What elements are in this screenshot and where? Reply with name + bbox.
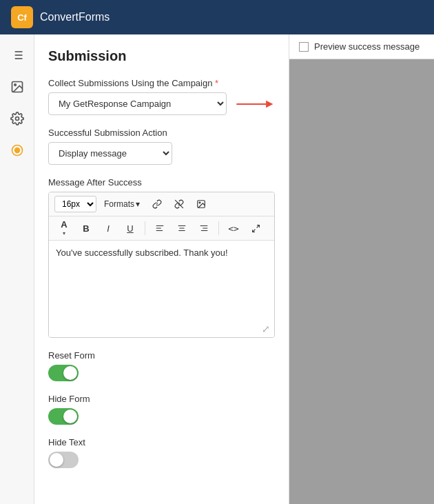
font-size-select[interactable]: 16px 12px 14px 18px 24px <box>54 196 96 212</box>
message-label: Message After Success <box>48 177 275 188</box>
text-color-button[interactable]: A ▾ <box>54 219 74 237</box>
svg-point-15 <box>199 202 200 203</box>
reset-form-toggle[interactable] <box>48 365 79 381</box>
gear-icon <box>10 112 24 125</box>
toolbar-divider <box>145 221 145 235</box>
formats-button[interactable]: Formats ▾ <box>99 195 145 213</box>
editor-toolbar-top: 16px 12px 14px 18px 24px Formats ▾ <box>49 192 274 216</box>
align-center-icon <box>177 223 187 233</box>
hide-form-knob <box>63 410 77 423</box>
hide-form-label: Hide Form <box>48 394 275 404</box>
bold-button[interactable]: B <box>76 219 96 237</box>
link-icon <box>152 199 162 209</box>
svg-point-8 <box>15 117 19 121</box>
align-left-button[interactable] <box>150 219 169 237</box>
svg-point-7 <box>14 84 15 86</box>
message-editor: 16px 12px 14px 18px 24px Formats ▾ <box>48 192 275 338</box>
hide-text-section: Hide Text <box>48 437 275 468</box>
align-right-icon <box>199 223 209 233</box>
preview-header: Preview success message <box>289 34 434 59</box>
svg-marker-12 <box>266 100 273 107</box>
toolbar-divider2 <box>218 221 219 235</box>
submission-action-label: Successful Submission Action <box>48 128 275 138</box>
sidebar-item-list[interactable] <box>3 41 31 69</box>
link-button[interactable] <box>147 195 167 213</box>
preview-label: Preview success message <box>314 41 420 52</box>
align-left-icon <box>155 223 165 233</box>
sidebar-item-circle[interactable] <box>3 137 31 164</box>
page-title: Submission <box>48 48 275 64</box>
italic-button[interactable]: I <box>99 219 118 237</box>
campaign-select[interactable]: My GetResponse Campaign <box>48 92 227 115</box>
unlink-button[interactable] <box>169 195 189 213</box>
list-icon <box>10 48 24 62</box>
svg-line-25 <box>256 225 259 228</box>
unlink-icon <box>174 199 184 209</box>
editor-body[interactable]: You've successfully subscribed. Thank yo… <box>49 241 274 337</box>
image-icon <box>10 80 24 94</box>
circle-icon <box>10 143 24 157</box>
arrow-indicator <box>234 96 275 112</box>
insert-image-icon <box>196 199 206 209</box>
hide-text-knob <box>50 453 63 467</box>
submission-action-section: Successful Submission Action Display mes… <box>48 128 275 165</box>
required-marker: * <box>215 78 218 88</box>
svg-point-10 <box>14 148 19 153</box>
fullscreen-button[interactable] <box>246 219 265 237</box>
campaign-section: Collect Submissions Using the Campaign *… <box>48 78 275 115</box>
hide-text-toggle[interactable] <box>48 452 79 468</box>
reset-form-label: Reset Form <box>48 350 275 361</box>
sidebar-item-image[interactable] <box>3 73 31 101</box>
align-center-button[interactable] <box>172 219 192 237</box>
hide-form-section: Hide Form <box>48 394 275 425</box>
preview-panel: Preview success message <box>289 34 434 504</box>
svg-line-26 <box>252 229 255 232</box>
sidebar-item-settings[interactable] <box>3 105 31 132</box>
preview-checkbox[interactable] <box>299 42 309 52</box>
reset-form-knob <box>63 366 77 380</box>
align-right-button[interactable] <box>194 219 214 237</box>
fullscreen-icon <box>251 224 260 233</box>
sidebar <box>0 34 34 504</box>
brand-name: ConvertForms <box>40 11 110 23</box>
hide-form-toggle[interactable] <box>48 408 79 425</box>
message-section: Message After Success 16px 12px 14px 18p… <box>48 177 275 338</box>
brand-icon: Cf <box>11 6 33 28</box>
code-button[interactable]: <> <box>224 219 243 237</box>
main-panel: Submission Collect Submissions Using the… <box>34 34 289 504</box>
hide-text-label: Hide Text <box>48 437 275 447</box>
red-arrow-icon <box>234 96 275 112</box>
editor-toolbar-bottom: A ▾ B I U <box>49 216 274 241</box>
underline-button[interactable]: U <box>121 219 140 237</box>
submission-action-select[interactable]: Display message Redirect to URL <box>48 142 172 165</box>
campaign-row: My GetResponse Campaign <box>48 92 275 115</box>
reset-form-section: Reset Form <box>48 350 275 381</box>
insert-image-button[interactable] <box>192 195 211 213</box>
resize-handle: ⤢ <box>262 323 270 334</box>
campaign-label: Collect Submissions Using the Campaign * <box>48 78 275 88</box>
top-navigation: Cf ConvertForms <box>0 0 434 34</box>
